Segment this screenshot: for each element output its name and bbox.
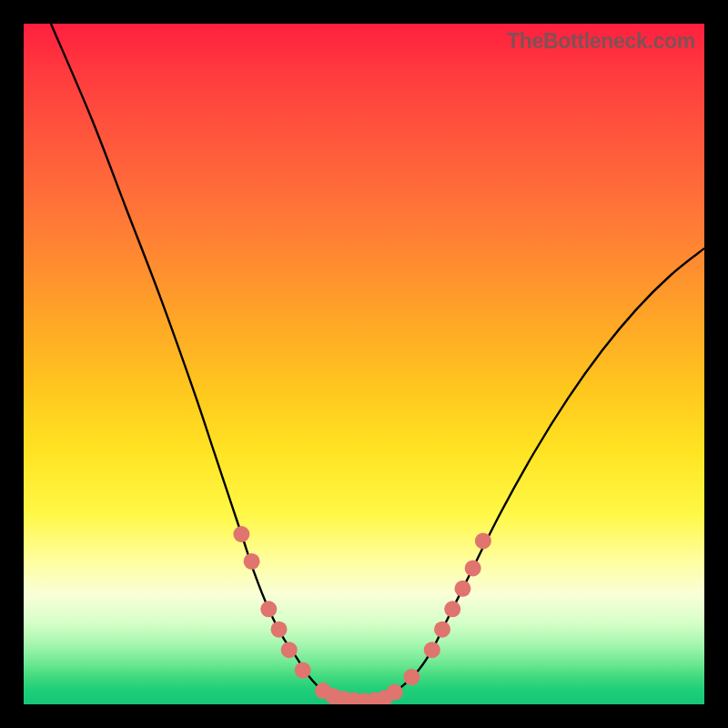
curve-marker	[356, 693, 372, 704]
curve-marker	[315, 682, 331, 699]
plot-area: TheBottleneck.com	[24, 24, 704, 704]
curve-marker	[403, 669, 420, 685]
watermark-text: TheBottleneck.com	[507, 29, 695, 54]
curve-marker	[295, 662, 311, 679]
curve-marker	[325, 688, 341, 704]
curve-marker	[366, 693, 382, 704]
curve-marker	[444, 601, 460, 617]
curve-marker	[376, 690, 392, 704]
curve-marker	[346, 693, 362, 704]
curve-marker	[281, 642, 298, 658]
curve-marker	[336, 691, 352, 704]
curve-marker	[260, 601, 277, 617]
curve-marker	[465, 560, 481, 576]
curve-marker	[271, 622, 288, 638]
curve-marker	[475, 532, 491, 549]
bottleneck-curve	[51, 24, 704, 702]
curve-marker	[424, 642, 440, 658]
curve-marker	[387, 684, 403, 701]
marker-group	[233, 526, 491, 704]
curve-marker	[434, 622, 450, 638]
curve-marker	[244, 553, 260, 570]
curve-layer	[24, 24, 704, 704]
curve-marker	[454, 581, 470, 597]
chart-frame: TheBottleneck.com	[0, 0, 728, 728]
curve-marker	[233, 526, 249, 542]
